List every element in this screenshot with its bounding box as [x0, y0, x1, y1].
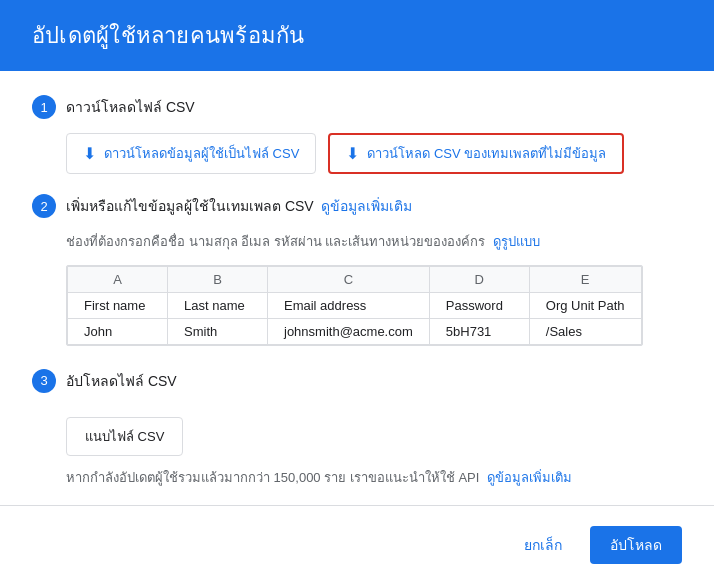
browse-file-button[interactable]: แนบไฟล์ CSV [66, 417, 183, 456]
cell-password: 5bH731 [429, 318, 529, 344]
csv-template-table: A B C D E First name Last name Email add… [66, 265, 643, 346]
col-label-lastname: Last name [168, 292, 268, 318]
step2-section: 2 เพิ่มหรือแก้ไขข้อมูลผู้ใช้ในเทมเพลต CS… [32, 194, 682, 349]
col-header-b: B [168, 266, 268, 292]
col-label-orgunit: Org Unit Path [529, 292, 641, 318]
col-header-d: D [429, 266, 529, 292]
download-empty-label: ดาวน์โหลด CSV ของเทมเพลตที่ไม่มีข้อมูล [367, 143, 606, 164]
download-existing-icon: ⬇ [83, 144, 96, 163]
step1-buttons: ⬇ ดาวน์โหลดข้อมูลผู้ใช้เป็นไฟล์ CSV ⬇ ดา… [66, 133, 682, 174]
step2-title: เพิ่มหรือแก้ไขข้อมูลผู้ใช้ในเทมเพลต CSV … [66, 195, 412, 217]
col-label-firstname: First name [68, 292, 168, 318]
download-existing-label: ดาวน์โหลดข้อมูลผู้ใช้เป็นไฟล์ CSV [104, 143, 299, 164]
api-more-link[interactable]: ดูข้อมูลเพิ่มเติม [487, 470, 572, 485]
footer-divider [0, 505, 714, 506]
cell-firstname: John [68, 318, 168, 344]
cell-orgunit: /Sales [529, 318, 641, 344]
cell-email: johnsmith@acme.com [268, 318, 430, 344]
download-empty-button[interactable]: ⬇ ดาวน์โหลด CSV ของเทมเพลตที่ไม่มีข้อมูล [328, 133, 624, 174]
cell-lastname: Smith [168, 318, 268, 344]
step2-circle: 2 [32, 194, 56, 218]
col-header-a: A [68, 266, 168, 292]
template-table: A B C D E First name Last name Email add… [67, 266, 642, 345]
table-row: John Smith johnsmith@acme.com 5bH731 /Sa… [68, 318, 642, 344]
col-header-e: E [529, 266, 641, 292]
step1-title: ดาวน์โหลดไฟล์ CSV [66, 96, 195, 118]
download-existing-button[interactable]: ⬇ ดาวน์โหลดข้อมูลผู้ใช้เป็นไฟล์ CSV [66, 133, 316, 174]
step1-circle: 1 [32, 95, 56, 119]
step3-circle: 3 [32, 369, 56, 393]
step2-more-link[interactable]: ดูข้อมูลเพิ่มเติม [321, 198, 412, 214]
step1-section: 1 ดาวน์โหลดไฟล์ CSV ⬇ ดาวน์โหลดข้อมูลผู้… [32, 95, 682, 174]
cancel-button[interactable]: ยกเล็ก [520, 526, 566, 564]
upload-button[interactable]: อัปโหลด [590, 526, 682, 564]
step1-header: 1 ดาวน์โหลดไฟล์ CSV [32, 95, 682, 119]
step3-title: อัปโหลดไฟล์ CSV [66, 370, 177, 392]
col-label-email: Email address [268, 292, 430, 318]
page-title: อัปเดตผู้ใช้หลายคนพร้อมกัน [32, 23, 304, 48]
step3-header: 3 อัปโหลดไฟล์ CSV [32, 369, 682, 393]
col-label-password: Password [429, 292, 529, 318]
footer: ยกเล็ก อัปโหลด [0, 514, 714, 580]
table-header-row: A B C D E [68, 266, 642, 292]
step2-subdesc: ช่องที่ต้องกรอกคือชื่อ นามสกุล อีเมล รหั… [66, 232, 682, 253]
header: อัปเดตผู้ใช้หลายคนพร้อมกัน [0, 0, 714, 71]
main-content: 1 ดาวน์โหลดไฟล์ CSV ⬇ ดาวน์โหลดข้อมูลผู้… [0, 71, 714, 505]
step3-section: 3 อัปโหลดไฟล์ CSV แนบไฟล์ CSV หากกำลังอั… [32, 369, 682, 489]
step2-header: 2 เพิ่มหรือแก้ไขข้อมูลผู้ใช้ในเทมเพลต CS… [32, 194, 682, 218]
step2-template-link[interactable]: ดูรูปแบบ [493, 234, 540, 249]
col-header-c: C [268, 266, 430, 292]
step3-note: หากกำลังอัปเดตผู้ใช้รวมแล้วมากกว่า 150,0… [66, 468, 682, 489]
download-empty-icon: ⬇ [346, 144, 359, 163]
table-col-label-row: First name Last name Email address Passw… [68, 292, 642, 318]
